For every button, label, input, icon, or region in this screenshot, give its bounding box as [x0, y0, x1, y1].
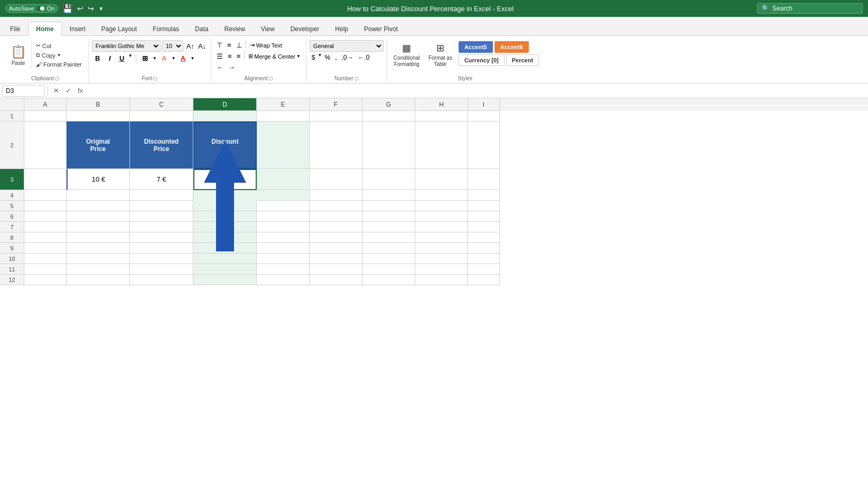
number-expand-icon[interactable]: ⬡ [354, 76, 359, 81]
cell-a8[interactable] [24, 232, 67, 243]
cell-h10[interactable] [415, 254, 468, 264]
cell-c11[interactable] [130, 264, 193, 275]
cell-f6[interactable] [310, 211, 362, 222]
cell-d9[interactable] [193, 243, 257, 254]
quick-access-dropdown[interactable]: ▼ [98, 6, 104, 12]
cell-g7[interactable] [362, 222, 415, 232]
cell-a9[interactable] [24, 243, 67, 254]
col-header-c[interactable]: C [130, 98, 193, 111]
cell-e4[interactable] [257, 190, 310, 201]
cell-e3[interactable] [257, 169, 310, 190]
cell-a12[interactable] [24, 275, 67, 285]
accent5-style[interactable]: Accent5 [459, 41, 493, 53]
cell-e6[interactable] [257, 211, 310, 222]
indent-decrease-button[interactable]: ← [214, 62, 226, 72]
cell-c1[interactable] [130, 111, 193, 121]
cell-b10[interactable] [67, 254, 130, 264]
cell-h12[interactable] [415, 275, 468, 285]
formula-input[interactable] [87, 86, 866, 96]
cell-g4[interactable] [362, 190, 415, 201]
cell-a2[interactable] [24, 121, 67, 169]
tab-power-pivot[interactable]: Power Pivot [356, 22, 406, 36]
col-header-b[interactable]: B [67, 98, 130, 111]
currency0-style[interactable]: Currency [0] [459, 54, 505, 66]
cell-i5[interactable] [468, 201, 500, 211]
cell-c10[interactable] [130, 254, 193, 264]
cell-e1[interactable] [257, 111, 310, 121]
cell-h2[interactable] [415, 121, 468, 169]
font-family-select[interactable]: Franklin Gothic Me [92, 40, 161, 52]
cell-c6[interactable] [130, 211, 193, 222]
merge-center-button[interactable]: ⊞ Merge & Center ▼ [246, 51, 303, 61]
cell-f7[interactable] [310, 222, 362, 232]
cell-f10[interactable] [310, 254, 362, 264]
col-header-i[interactable]: I [468, 98, 500, 111]
cell-f5[interactable] [310, 201, 362, 211]
wrap-text-button[interactable]: ⇥ Wrap Text [248, 40, 284, 50]
cell-d2-discount[interactable]: Discount% [193, 121, 257, 169]
cell-a7[interactable] [24, 222, 67, 232]
tab-home[interactable]: Home [28, 22, 61, 36]
cell-i3[interactable] [468, 169, 500, 190]
font-color-dropdown[interactable]: ▼ [191, 56, 195, 61]
cell-i8[interactable] [468, 232, 500, 243]
cell-e2[interactable] [257, 121, 310, 169]
cell-d10[interactable] [193, 254, 257, 264]
cell-a1[interactable] [24, 111, 67, 121]
cell-h5[interactable] [415, 201, 468, 211]
cell-i10[interactable] [468, 254, 500, 264]
cell-d1[interactable] [193, 111, 257, 121]
tab-view[interactable]: View [253, 22, 283, 36]
cell-a5[interactable] [24, 201, 67, 211]
tab-page-layout[interactable]: Page Layout [94, 22, 145, 36]
cell-c5[interactable] [130, 201, 193, 211]
right-align-button[interactable]: ≡ [235, 51, 243, 61]
tab-help[interactable]: Help [327, 22, 356, 36]
cell-b4[interactable] [67, 190, 130, 201]
search-box[interactable]: 🔍 Search [757, 3, 863, 14]
cell-c3-discounted-price[interactable]: 7 € [130, 169, 193, 190]
col-header-h[interactable]: H [415, 98, 468, 111]
cell-i12[interactable] [468, 275, 500, 285]
cancel-formula-icon[interactable]: ✕ [51, 86, 61, 96]
autosave-toggle[interactable]: AutoSave On [5, 4, 58, 13]
cell-b12[interactable] [67, 275, 130, 285]
comma-button[interactable]: , [333, 53, 339, 62]
cell-b6[interactable] [67, 211, 130, 222]
cell-f11[interactable] [310, 264, 362, 275]
font-expand-icon[interactable]: ⬡ [153, 76, 157, 81]
top-align-button[interactable]: ⊤ [214, 40, 225, 50]
cell-f3[interactable] [310, 169, 362, 190]
alignment-expand-icon[interactable]: ⬡ [269, 76, 273, 81]
cell-b11[interactable] [67, 264, 130, 275]
col-header-e[interactable]: E [257, 98, 310, 111]
tab-developer[interactable]: Developer [283, 22, 328, 36]
accent6-style[interactable]: Accent6 [494, 41, 529, 53]
tab-insert[interactable]: Insert [62, 22, 94, 36]
cell-a3[interactable] [24, 169, 67, 190]
cell-g5[interactable] [362, 201, 415, 211]
cell-c7[interactable] [130, 222, 193, 232]
cell-c12[interactable] [130, 275, 193, 285]
cell-d7[interactable] [193, 222, 257, 232]
fill-color-button[interactable]: A [158, 53, 170, 63]
cell-e7[interactable] [257, 222, 310, 232]
cell-b5[interactable] [67, 201, 130, 211]
cell-g3[interactable] [362, 169, 415, 190]
cell-e5[interactable] [257, 201, 310, 211]
number-format-select[interactable]: General [310, 40, 384, 52]
cell-a6[interactable] [24, 211, 67, 222]
cell-e9[interactable] [257, 243, 310, 254]
cell-h6[interactable] [415, 211, 468, 222]
cut-button[interactable]: ✂ Cut [34, 41, 84, 50]
cell-f8[interactable] [310, 232, 362, 243]
format-painter-button[interactable]: 🖌 Format Painter [34, 60, 84, 69]
percent-button[interactable]: % [322, 53, 332, 62]
confirm-formula-icon[interactable]: ✓ [63, 86, 73, 96]
middle-align-button[interactable]: ≡ [225, 40, 234, 50]
currency-button[interactable]: $ [310, 53, 318, 62]
cell-b3-original-price[interactable]: 10 € [67, 169, 130, 190]
insert-function-icon[interactable]: fx [76, 86, 85, 96]
cell-reference-box[interactable]: D3 [2, 85, 44, 97]
cell-i7[interactable] [468, 222, 500, 232]
